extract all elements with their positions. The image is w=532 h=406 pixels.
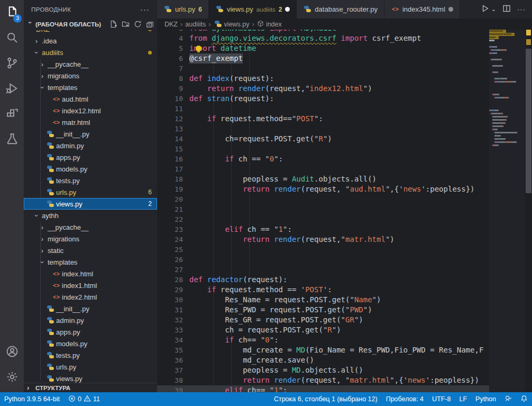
breadcrumb-item-dkz[interactable]: DKZ bbox=[164, 21, 178, 28]
code-line-24[interactable]: 24 return render(request,"matr.html") bbox=[157, 234, 489, 245]
code-line-15[interactable]: 15 bbox=[157, 144, 489, 154]
code-line-13[interactable]: 13 bbox=[157, 124, 489, 134]
tree-item-index2-html[interactable]: ›<>index2.html bbox=[24, 291, 157, 303]
code-line-39[interactable]: 39 elif ch== "1": bbox=[157, 385, 489, 392]
lightbulb-icon[interactable] bbox=[196, 46, 201, 51]
breadcrumb-item-index[interactable]: index bbox=[257, 20, 282, 29]
code-line-19[interactable]: 19 return render(request, "aud.html",{'n… bbox=[157, 184, 489, 194]
code-line-16[interactable]: 16 if ch == "0": bbox=[157, 154, 489, 164]
tree-item-urls-py[interactable]: ›urls.py bbox=[24, 361, 157, 373]
settings-button[interactable] bbox=[0, 365, 24, 390]
code-line-35[interactable]: 35 md_create = MD(Fio_Name = Res_PWD,Fio… bbox=[157, 345, 489, 355]
tree-item--idea[interactable]: ›.idea bbox=[24, 35, 157, 47]
code-line-36[interactable]: 36 md_create.save() bbox=[157, 355, 489, 365]
editor-scrollbar[interactable] bbox=[525, 19, 532, 392]
code-line-14[interactable]: 14 ch=request.POST.get("R") bbox=[157, 134, 489, 144]
tree-item-views-py[interactable]: ›views.py2 bbox=[24, 198, 157, 210]
run-debug-activity-button[interactable] bbox=[0, 76, 24, 102]
eol-status[interactable]: LF bbox=[455, 395, 471, 403]
collapse-all-icon[interactable] bbox=[146, 20, 154, 29]
tree-item-templates[interactable]: ›templates bbox=[24, 82, 157, 93]
run-dropdown-chevron-icon[interactable]: ⌄ bbox=[491, 6, 496, 13]
tree-item-index1-html[interactable]: ›<>index1.html bbox=[24, 279, 157, 291]
new-file-icon[interactable] bbox=[109, 20, 117, 29]
code-line-18[interactable]: 18 peopless = Audit.objects.all() bbox=[157, 174, 489, 184]
tab-database-roouter-py[interactable]: database_roouter.py bbox=[297, 0, 384, 19]
tree-item-urls-py[interactable]: ›urls.py6 bbox=[24, 186, 157, 198]
python-interpreter-status[interactable]: Python 3.9.5 64-bit bbox=[0, 392, 64, 406]
breadcrumb-item-views-py[interactable]: views.py bbox=[214, 20, 250, 28]
tab-views-py[interactable]: views.pyaudiiits2 bbox=[209, 0, 297, 19]
code-line-17[interactable]: 17 bbox=[157, 164, 489, 174]
code-line-5[interactable]: 5import datetime bbox=[157, 43, 489, 53]
tree-item-apps-py[interactable]: ›apps.py bbox=[24, 326, 157, 338]
code-line-21[interactable]: 21 bbox=[157, 204, 489, 214]
tree-item-admin-py[interactable]: ›admin.py bbox=[24, 314, 157, 326]
tree-item--pycache-[interactable]: ›__pycache__ bbox=[24, 58, 157, 70]
tree-item-aythh[interactable]: ›aythh bbox=[24, 210, 157, 221]
tree-item--init-py[interactable]: ›__init__.py bbox=[24, 128, 157, 140]
explorer-activity-button[interactable]: 3 bbox=[0, 0, 24, 25]
split-editor-icon[interactable] bbox=[502, 4, 511, 14]
code-line-34[interactable]: 34 if ch== "0": bbox=[157, 335, 489, 345]
code-line-28[interactable]: 28def redactor(request): bbox=[157, 275, 489, 285]
code-line-38[interactable]: 38 return render(request, "matr.html",{'… bbox=[157, 375, 489, 385]
code-line-20[interactable]: 20 bbox=[157, 194, 489, 204]
minimap[interactable] bbox=[489, 30, 525, 392]
tree-item-models-py[interactable]: ›models.py bbox=[24, 338, 157, 349]
cursor-position-status[interactable]: Строка 6, столбец 1 (выбрано 12) bbox=[270, 395, 382, 403]
code-line-31[interactable]: 31 Res_PWD = request.POST.get("PWD") bbox=[157, 305, 489, 315]
source-control-activity-button[interactable] bbox=[0, 51, 24, 76]
code-line-29[interactable]: 29 if request.method == 'POST': bbox=[157, 285, 489, 295]
code-line-7[interactable]: 7 bbox=[157, 64, 489, 74]
tree-item--init-py[interactable]: ›__init__.py bbox=[24, 303, 157, 314]
code-line-27[interactable]: 27 bbox=[157, 265, 489, 275]
code-line-26[interactable]: 26 bbox=[157, 255, 489, 265]
search-activity-button[interactable] bbox=[0, 25, 24, 51]
notifications-button[interactable] bbox=[516, 395, 532, 404]
tree-item-aud-html[interactable]: ›<>aud.html bbox=[24, 93, 157, 105]
code-line-6[interactable]: 6@csrf_exempt bbox=[157, 53, 489, 64]
outline-section-header[interactable]: › СТРУКТУРА bbox=[24, 383, 157, 392]
tree-item-audiiits[interactable]: ›audiiits bbox=[24, 47, 157, 58]
tree-item-templates[interactable]: ›templates bbox=[24, 256, 157, 268]
code-line-10[interactable]: 10def stran(request): bbox=[157, 94, 489, 104]
code-line-30[interactable]: 30 Res_Name = request.POST.get("Name") bbox=[157, 295, 489, 305]
tree-item-index12-html[interactable]: ›<>index12.html bbox=[24, 105, 157, 116]
code-line-22[interactable]: 22 bbox=[157, 214, 489, 224]
tree-item-admin-py[interactable]: ›admin.py bbox=[24, 140, 157, 151]
tree-item--pycache-[interactable]: ›__pycache__ bbox=[24, 221, 157, 233]
code-line-9[interactable]: 9 return render(request,"index12.html") bbox=[157, 84, 489, 94]
tree-item-migrations[interactable]: ›migrations bbox=[24, 233, 157, 245]
feedback-button[interactable] bbox=[500, 395, 516, 404]
tree-item-migrations[interactable]: ›migrations bbox=[24, 70, 157, 82]
code-line-11[interactable]: 11 bbox=[157, 104, 489, 114]
scrollbar-thumb[interactable] bbox=[526, 49, 531, 193]
tree-item-models-py[interactable]: ›models.py bbox=[24, 163, 157, 175]
extensions-activity-button[interactable] bbox=[0, 102, 24, 127]
refresh-icon[interactable] bbox=[134, 20, 142, 29]
code-line-25[interactable]: 25 bbox=[157, 245, 489, 255]
breadcrumb-item-audiiits[interactable]: audiiits bbox=[185, 21, 206, 28]
code-line-8[interactable]: 8def index(request): bbox=[157, 74, 489, 84]
code-line-23[interactable]: 23 elif ch == "1": bbox=[157, 224, 489, 234]
language-mode-status[interactable]: Python bbox=[471, 395, 500, 403]
tree-item-index-html[interactable]: ›<>index.html bbox=[24, 268, 157, 279]
account-button[interactable] bbox=[0, 339, 24, 365]
tree-item-tests-py[interactable]: ›tests.py bbox=[24, 175, 157, 186]
more-actions-icon[interactable]: ··· bbox=[517, 5, 526, 13]
code-area[interactable]: 3from aythh.models import MD,Audit4from … bbox=[157, 23, 489, 392]
new-folder-icon[interactable] bbox=[122, 20, 130, 29]
workspace-section-header[interactable]: › (РАБОЧАЯ ОБЛАСТЬ) ... bbox=[24, 19, 157, 30]
tree-item-apps-py[interactable]: ›apps.py bbox=[24, 151, 157, 163]
encoding-status[interactable]: UTF-8 bbox=[428, 395, 455, 403]
explorer-more-actions-icon[interactable]: ··· bbox=[140, 5, 150, 14]
code-line-12[interactable]: 12 if request.method=="POST": bbox=[157, 114, 489, 124]
tree-item-matr-html[interactable]: ›<>matr.html bbox=[24, 116, 157, 128]
tab-index345-html[interactable]: <>index345.html bbox=[384, 0, 460, 19]
testing-activity-button[interactable] bbox=[0, 127, 24, 152]
tab-urls-py[interactable]: urls.py6 bbox=[157, 0, 209, 19]
tree-item-tests-py[interactable]: ›tests.py bbox=[24, 349, 157, 361]
code-line-4[interactable]: 4from django.views.decorators.csrf impor… bbox=[157, 33, 489, 43]
run-icon[interactable] bbox=[481, 4, 489, 14]
